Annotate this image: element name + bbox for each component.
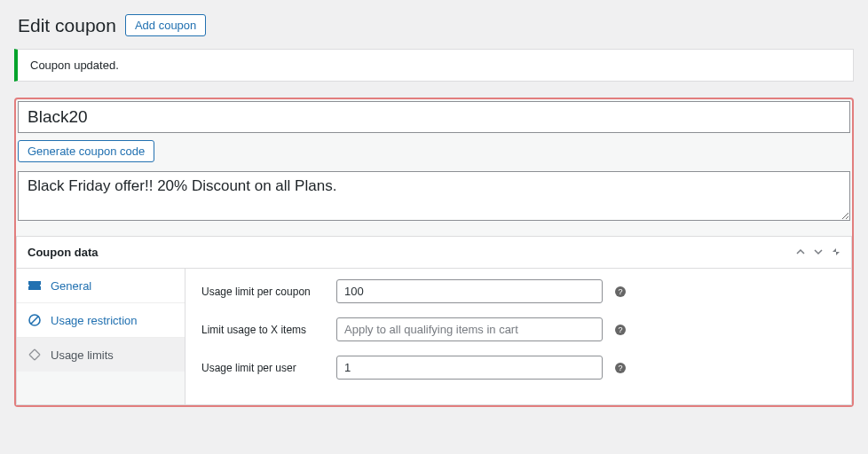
svg-text:?: ? (618, 325, 622, 334)
row-limit-per-coupon: Usage limit per coupon ? (201, 279, 835, 303)
row-limit-per-user: Usage limit per user ? (201, 356, 835, 380)
coupon-code-input[interactable] (18, 101, 850, 133)
arrows-icon (28, 348, 42, 362)
tab-label: Usage restriction (51, 314, 138, 327)
below-title: Generate coupon code (16, 133, 852, 171)
panel-controls (796, 247, 840, 259)
panel-header: Coupon data (17, 237, 851, 269)
panel-body: General Usage restriction (17, 269, 851, 404)
tab-label: Usage limits (51, 348, 114, 362)
form-area: Usage limit per coupon ? Limit usage to … (185, 269, 851, 404)
row-limit-items: Limit usage to X items ? (201, 317, 835, 341)
page-title: Edit coupon (18, 15, 116, 36)
no-entry-icon (28, 313, 42, 327)
panel-title: Coupon data (28, 246, 98, 259)
svg-text:?: ? (618, 364, 622, 372)
tab-label: General (51, 279, 91, 293)
notice-message: Coupon updated. (30, 59, 119, 72)
input-limit-items[interactable] (336, 317, 603, 341)
help-icon[interactable]: ? (613, 361, 627, 375)
coupon-data-panel: Coupon data (16, 236, 852, 405)
panel-down-icon[interactable] (814, 247, 823, 259)
input-limit-per-coupon[interactable] (336, 279, 603, 303)
coupon-edit-region: Generate coupon code Coupon data (14, 98, 854, 407)
input-limit-per-user[interactable] (336, 356, 603, 380)
svg-line-1 (31, 317, 38, 324)
tab-usage-restriction[interactable]: Usage restriction (17, 303, 185, 338)
generate-code-button[interactable]: Generate coupon code (18, 140, 154, 162)
help-icon[interactable]: ? (613, 285, 627, 299)
panel-up-icon[interactable] (796, 247, 805, 259)
tab-general[interactable]: General (17, 269, 185, 303)
svg-text:?: ? (618, 287, 622, 296)
label-limit-per-user: Usage limit per user (201, 362, 326, 374)
ticket-icon (28, 278, 42, 293)
tab-usage-limits[interactable]: Usage limits (17, 338, 185, 372)
panel-toggle-icon[interactable] (832, 247, 840, 259)
coupon-description-input[interactable] (18, 171, 850, 221)
label-limit-items: Limit usage to X items (201, 324, 326, 336)
panel-tabs: General Usage restriction (17, 269, 185, 404)
description-wrap (16, 171, 852, 236)
coupon-code-wrap (16, 99, 852, 133)
label-limit-per-coupon: Usage limit per coupon (201, 286, 326, 298)
help-icon[interactable]: ? (613, 323, 627, 337)
add-coupon-button[interactable]: Add coupon (125, 14, 206, 36)
page-header: Edit coupon Add coupon (14, 14, 854, 36)
success-notice: Coupon updated. (14, 49, 854, 82)
